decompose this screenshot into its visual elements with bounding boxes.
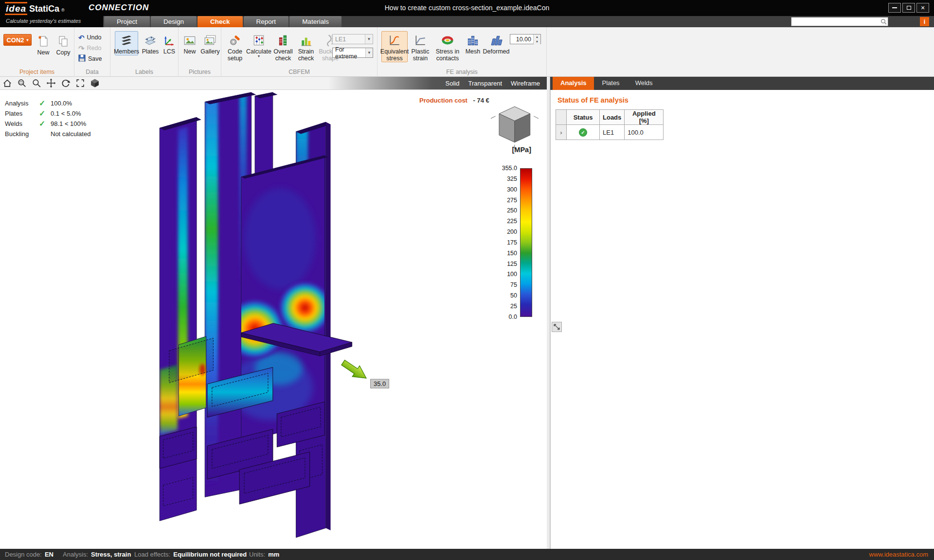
search-icon[interactable] xyxy=(879,18,888,25)
zoom-icon[interactable] xyxy=(29,77,44,89)
legend-tick: 275 xyxy=(507,197,517,204)
orientation-cube[interactable] xyxy=(491,106,539,149)
labels-plates-toggle[interactable]: Plates xyxy=(140,31,161,55)
connection-selector[interactable]: CON2 ▾ xyxy=(3,34,32,46)
viewport-3d[interactable]: 35.0 Analysis ✓ 100.0% Plates ✓ 0.1 < 5.… xyxy=(0,90,547,549)
view-mode-transparent[interactable]: Transparent xyxy=(468,80,502,87)
app-name: CONNECTION xyxy=(89,3,149,13)
check-row-welds: Welds ✓ 98.1 < 100% xyxy=(5,119,90,129)
fe-status-table: Status Loads Applied [%] › ✓ LE1 100.0 xyxy=(556,109,664,140)
legend-unit: [MPa] xyxy=(490,146,532,154)
extreme-filter-combo[interactable]: For extreme ▼ xyxy=(332,48,373,58)
status-analysis-type: Analysis:Stress, strain xyxy=(63,551,131,558)
right-panel: Status of FE analysis Status Loads Appli… xyxy=(550,90,934,549)
group-label-pictures: Pictures xyxy=(179,69,221,75)
rotate-view-icon[interactable] xyxy=(58,77,73,89)
website-link[interactable]: www.ideastatica.com xyxy=(869,551,928,558)
ribbon-group-data: ↶ Undo ↷ Redo Save Data xyxy=(74,27,110,77)
tab-materials[interactable]: Materials xyxy=(289,16,341,27)
legend-tick: 25 xyxy=(510,303,517,310)
plastic-strain-toggle[interactable]: Plastic strain xyxy=(409,31,432,62)
logo-idea: idea xyxy=(5,2,27,15)
tab-welds[interactable]: Welds xyxy=(628,77,661,90)
equivalent-stress-icon xyxy=(388,33,401,48)
mesh-toggle[interactable]: Mesh xyxy=(463,31,483,55)
info-icon: i xyxy=(924,18,926,25)
status-load-effects: Load effects:Equilibrium not required xyxy=(134,551,247,558)
calculate-button[interactable]: Calculate ▾ xyxy=(247,31,271,58)
spin-down-icon[interactable]: ▼ xyxy=(534,39,540,44)
close-button[interactable]: ✕ xyxy=(916,3,929,13)
deformed-toggle[interactable]: Deformed xyxy=(484,31,509,55)
view-mode-solid[interactable]: Solid xyxy=(446,80,460,87)
check-row-plates: Plates ✓ 0.1 < 5.0% xyxy=(5,108,90,119)
copy-project-item-button[interactable]: Copy xyxy=(54,32,73,56)
fe-status-heading: Status of FE analysis xyxy=(557,96,629,104)
undo-button[interactable]: ↶ Undo xyxy=(78,33,101,42)
save-button[interactable]: Save xyxy=(78,54,102,63)
status-units: Units:mm xyxy=(249,551,279,558)
redo-button[interactable]: ↷ Redo xyxy=(78,44,101,52)
tab-design[interactable]: Design xyxy=(151,16,197,27)
legend-tick: 200 xyxy=(507,228,517,235)
strain-check-button[interactable]: Strain check xyxy=(295,31,317,62)
group-label-labels: Labels xyxy=(110,69,178,75)
check-ok-icon: ✓ xyxy=(39,119,51,128)
status-bar: Design code:EN Analysis:Stress, strain L… xyxy=(0,549,934,560)
labels-members-toggle[interactable]: Members xyxy=(115,31,138,55)
fem-model-render: 35.0 xyxy=(0,90,547,549)
overall-check-button[interactable]: Overall check xyxy=(272,31,294,62)
mesh-icon xyxy=(467,33,479,48)
new-picture-icon xyxy=(183,33,196,48)
legend-tick: 50 xyxy=(510,292,517,299)
table-row[interactable]: › ✓ LE1 100.0 xyxy=(556,125,664,140)
maximize-button[interactable] xyxy=(902,3,915,13)
new-project-item-button[interactable]: New xyxy=(34,32,53,56)
group-label-cbfem: CBFEM xyxy=(221,69,377,75)
view-mode-wireframe[interactable]: Wireframe xyxy=(511,80,540,87)
plates-icon xyxy=(144,33,156,48)
row-expander-icon[interactable]: › xyxy=(560,129,562,136)
code-setup-button[interactable]: Code setup xyxy=(224,31,246,62)
status-ok-icon: ✓ xyxy=(579,128,587,137)
tab-project[interactable]: Project xyxy=(104,16,150,27)
chevron-down-icon: ▼ xyxy=(365,35,373,44)
viewport-toolbar: Solid Transparent Wireframe xyxy=(0,77,547,90)
legend-tick: 125 xyxy=(507,261,517,267)
search-input[interactable] xyxy=(791,18,879,25)
shaded-view-icon[interactable] xyxy=(88,77,102,89)
tab-check[interactable]: Check xyxy=(198,16,243,27)
tab-analysis[interactable]: Analysis xyxy=(553,77,594,90)
panel-splitter[interactable] xyxy=(547,77,550,549)
labels-lcs-toggle[interactable]: LCS xyxy=(162,31,177,55)
status-design-code: Design code:EN xyxy=(5,551,54,558)
group-label-project-items: Project items xyxy=(0,69,74,75)
equivalent-stress-toggle[interactable]: Equivalent stress xyxy=(381,31,408,62)
minimize-button[interactable] xyxy=(888,3,901,13)
stress-in-contacts-toggle[interactable]: Stress in contacts xyxy=(433,31,462,62)
redo-icon: ↷ xyxy=(78,45,85,52)
tab-plates[interactable]: Plates xyxy=(594,77,627,90)
pane-collapse-handle[interactable] xyxy=(552,322,562,332)
ribbon-group-pictures: New Gallery Pictures xyxy=(179,27,221,77)
logo-registered-mark: ® xyxy=(61,8,65,13)
legend-tick: 300 xyxy=(507,186,517,193)
calculate-dropdown-icon[interactable]: ▾ xyxy=(258,55,260,58)
close-icon: ✕ xyxy=(920,5,925,11)
ribbon: CON2 ▾ New Copy Project items ↶ Undo xyxy=(0,27,934,77)
deformed-scale-spinner[interactable]: 10.00 ▲ ▼ xyxy=(510,34,541,44)
home-view-icon[interactable] xyxy=(0,77,15,89)
legend-tick: 150 xyxy=(507,250,517,257)
load-effect-combo[interactable]: LE1 ▼ xyxy=(332,34,373,44)
zoom-fit-icon[interactable] xyxy=(73,77,88,89)
zoom-window-icon[interactable] xyxy=(15,77,29,89)
spin-up-icon[interactable]: ▲ xyxy=(534,35,540,39)
minimize-icon xyxy=(892,7,897,8)
tab-report[interactable]: Report xyxy=(244,16,289,27)
lcs-axes-icon xyxy=(163,33,175,48)
license-info-button[interactable]: i xyxy=(920,17,929,26)
pan-icon[interactable] xyxy=(44,77,58,89)
production-cost: Production cost - 74 € xyxy=(419,97,489,104)
picture-new-button[interactable]: New xyxy=(180,31,199,55)
picture-gallery-button[interactable]: Gallery xyxy=(200,31,220,55)
